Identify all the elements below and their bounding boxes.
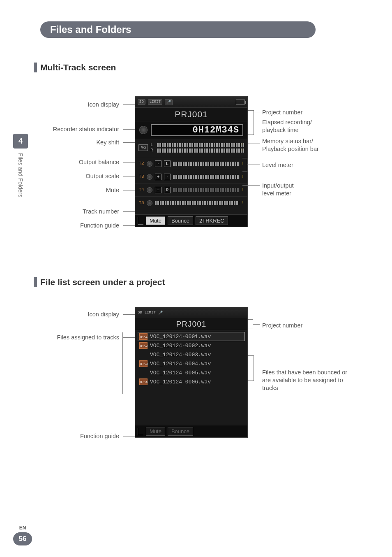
bracket: [248, 355, 254, 381]
sd-icon: SD: [138, 99, 145, 105]
track-meter: [173, 188, 239, 192]
file-name: VOC_120124-0006.wav: [150, 379, 211, 385]
track-meter: [173, 175, 239, 179]
file-row[interactable]: TRK3 VOC_120124-0004.wav: [138, 359, 245, 368]
label-memory-bar: Memory status bar/ Playback position bar: [262, 137, 319, 153]
track-badge-icon: TRK4: [139, 378, 148, 385]
file-name: VOC_120124-0005.wav: [150, 370, 211, 376]
label-io-meter: Input/output level meter: [262, 182, 294, 197]
bracket: [248, 319, 253, 329]
lead-line: [248, 144, 260, 144]
track-row: T2 · L !: [135, 157, 247, 170]
file-row[interactable]: TRK4 VOC_120124-0006.wav: [138, 377, 245, 386]
lead-line: [242, 185, 260, 186]
file-name: VOC_120124-0004.wav: [150, 361, 211, 367]
label-project-number: Project number: [262, 109, 302, 116]
bracket: [242, 158, 247, 172]
sd-icon: SD: [138, 311, 142, 315]
mic-icon: 🎤: [158, 311, 163, 315]
fn-bounce-button[interactable]: Bounce: [168, 427, 193, 436]
track-num: T5: [138, 201, 144, 205]
lcd-filelist: SD LIMIT 🎤 PRJ001 TRK1 VOC_120124-0001.w…: [135, 307, 248, 438]
track-badge-icon: [139, 369, 148, 376]
lead-line: [248, 126, 260, 126]
time-row: 0H12M34S: [135, 121, 247, 139]
corner-icon: [138, 217, 143, 225]
label-elapsed-time: Elapsed recording/ playback time: [262, 118, 312, 134]
label-output-scale: Output scale: [86, 173, 119, 179]
fn-2trkrec-button[interactable]: 2TRKREC: [196, 216, 228, 225]
track-badge-icon: TRK3: [139, 360, 148, 367]
section-title: Multi-Track screen: [40, 63, 116, 72]
track-led-icon: [147, 161, 152, 167]
fn-mute-button[interactable]: Mute: [146, 216, 165, 225]
chapter-title: Files and Folders: [50, 24, 131, 35]
lcd-topbar: SD LIMIT 🎤: [135, 307, 247, 318]
limit-icon: LIMIT: [148, 99, 162, 105]
keyshift-value: #6: [138, 144, 148, 151]
multitrack-diagram: Icon display Recorder status indicator K…: [0, 96, 392, 244]
label-level-meter: Level meter: [262, 161, 293, 169]
lead-line: [254, 372, 260, 372]
track-num: T4: [138, 188, 144, 192]
filelist-diagram: Icon display Files assigned to tracks Fu…: [0, 307, 392, 447]
label-track-number: Track number: [83, 208, 119, 215]
file-row[interactable]: TRK1 VOC_120124-0001.wav: [138, 332, 245, 341]
label-output-balance: Output balance: [79, 159, 119, 165]
track-badge-icon: [139, 351, 148, 358]
track-scale-icon: L: [164, 160, 171, 167]
track-badge-icon: TRK2: [139, 342, 148, 349]
track-meter: [155, 201, 239, 205]
project-number-value: PRJ001: [175, 109, 208, 119]
limit-icon: LIMIT: [145, 311, 156, 315]
peak-indicator: !: [242, 174, 244, 179]
page-footer: EN 56: [13, 525, 32, 545]
section-heading-multitrack: Multi-Track screen: [34, 63, 392, 72]
right-label: R: [150, 148, 154, 153]
mic-icon: 🎤: [165, 99, 173, 105]
meter-bar: !: [157, 143, 244, 147]
lead-line: [247, 165, 260, 165]
elapsed-time-value: 0H12M34S: [151, 124, 243, 136]
bracket: [248, 110, 254, 135]
corner-icon: [138, 428, 143, 435]
track-row: T4 − R !: [135, 183, 247, 196]
file-row[interactable]: TRK2 VOC_120124-0002.wav: [138, 341, 245, 350]
lcd-topbar: SD LIMIT 🎤: [135, 97, 247, 107]
function-guide-row: Mute Bounce: [135, 425, 247, 437]
label-mute: Mute: [106, 187, 119, 193]
label-icon-display: Icon display: [88, 101, 119, 108]
left-label: L: [150, 143, 154, 147]
track-row: T5 !: [135, 196, 247, 209]
label-function-guide: Function guide: [80, 433, 119, 439]
fn-bounce-button[interactable]: Bounce: [168, 216, 193, 225]
label-recorder-status: Recorder status indicator: [53, 126, 119, 132]
file-list: TRK1 VOC_120124-0001.wav TRK2 VOC_120124…: [135, 330, 247, 388]
label-icon-display: Icon display: [88, 311, 119, 318]
file-name: VOC_120124-0003.wav: [150, 352, 211, 358]
lead-line: [253, 324, 260, 325]
bracket: [122, 332, 135, 394]
function-guide-row: Mute Bounce 2TRKREC: [135, 214, 247, 227]
section-bar-icon: [34, 63, 37, 72]
track-num: T3: [138, 174, 144, 179]
project-row: PRJ001: [135, 318, 247, 330]
chapter-header: Files and Folders: [40, 21, 316, 38]
peak-indicator: !: [242, 201, 244, 205]
file-name: VOC_120124-0001.wav: [150, 334, 211, 340]
project-row: PRJ001: [135, 107, 247, 121]
track-led-icon: [147, 174, 152, 180]
section-heading-filelist: File list screen under a project: [34, 277, 392, 287]
file-row[interactable]: VOC_120124-0003.wav: [138, 350, 245, 359]
label-key-shift: Key shift: [96, 139, 119, 146]
language-code: EN: [19, 525, 26, 531]
file-row[interactable]: VOC_120124-0005.wav: [138, 368, 245, 377]
project-number-value: PRJ001: [176, 320, 207, 329]
track-badge-icon: TRK1: [139, 333, 148, 340]
lead-line: [254, 112, 260, 112]
track-led-icon: [147, 200, 152, 206]
track-dot-icon: ·: [164, 174, 171, 180]
fn-mute-button[interactable]: Mute: [146, 427, 165, 436]
section-bar-icon: [34, 277, 37, 287]
label-files-assigned: Files assigned to tracks: [57, 334, 119, 341]
